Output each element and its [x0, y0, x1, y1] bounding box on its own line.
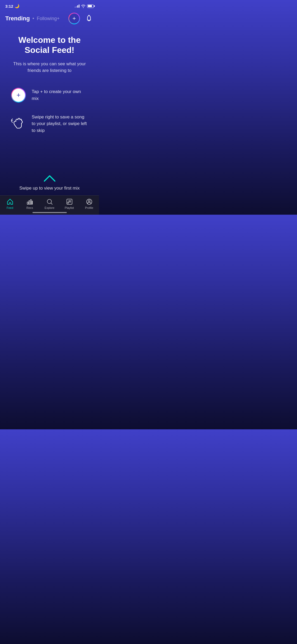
signal-icon — [75, 4, 79, 8]
tip-swipe-text: Swipe right to save a song to your playl… — [32, 114, 88, 134]
chevron-up-icon — [43, 174, 56, 182]
add-mix-button[interactable]: + — [68, 13, 80, 24]
svg-rect-1 — [27, 202, 28, 204]
bell-icon — [86, 15, 92, 22]
nav-item-profile[interactable]: Profile — [79, 198, 99, 209]
tips-container: + Tap + to create your own mix Swipe rig… — [8, 87, 91, 145]
tip-create-mix: + Tap + to create your own mix — [11, 87, 88, 103]
hand-swipe-icon — [11, 116, 26, 131]
status-time: 3:12 🌙 — [5, 4, 20, 8]
tip-plus-icon: + — [11, 87, 26, 103]
status-bar: 3:12 🌙 — [0, 0, 99, 10]
explore-label: Explore — [45, 206, 54, 209]
svg-point-9 — [88, 200, 90, 202]
swipe-hint-text: Swipe up to view your first mix — [19, 186, 80, 191]
following-tab[interactable]: Following+ — [37, 16, 68, 21]
profile-icon — [86, 198, 93, 205]
nav-item-explore[interactable]: Explore — [40, 198, 59, 209]
trending-tab[interactable]: Trending — [5, 15, 30, 22]
profile-label: Profile — [85, 206, 93, 209]
battery-fill — [88, 5, 92, 7]
time-display: 3:12 — [5, 4, 13, 8]
feed-label: Feed — [7, 206, 13, 209]
notifications-button[interactable] — [84, 14, 94, 23]
feed-icon — [7, 198, 13, 205]
nav-item-playlist[interactable]: Playlist — [59, 198, 79, 209]
home-indicator — [32, 212, 67, 213]
svg-rect-3 — [30, 200, 31, 204]
status-icons — [75, 4, 94, 8]
svg-rect-4 — [32, 201, 32, 204]
header-actions: + — [68, 13, 94, 24]
swipe-hint: Swipe up to view your first mix — [0, 174, 99, 191]
header: Trending • Following+ + — [0, 10, 99, 27]
explore-icon — [46, 198, 53, 205]
playlist-label: Playlist — [65, 206, 74, 209]
tip-swipe-icon — [11, 116, 26, 132]
welcome-subtitle: This is where you can see what your frie… — [8, 61, 91, 74]
battery-icon — [87, 4, 94, 8]
welcome-title: Welcome to the Social Feed! — [8, 35, 91, 55]
tip-create-mix-text: Tap + to create your own mix — [32, 88, 88, 102]
recs-icon — [26, 198, 33, 205]
playlist-icon — [66, 198, 73, 205]
main-content: Welcome to the Social Feed! This is wher… — [0, 27, 99, 144]
wifi-icon — [81, 4, 86, 8]
moon-icon: 🌙 — [15, 4, 20, 8]
svg-rect-2 — [29, 201, 30, 204]
recs-label: Recs — [26, 206, 33, 209]
tip-swipe: Swipe right to save a song to your playl… — [11, 114, 88, 134]
nav-item-feed[interactable]: Feed — [0, 198, 20, 209]
nav-item-recs[interactable]: Recs — [20, 198, 40, 209]
header-dot: • — [32, 16, 34, 21]
